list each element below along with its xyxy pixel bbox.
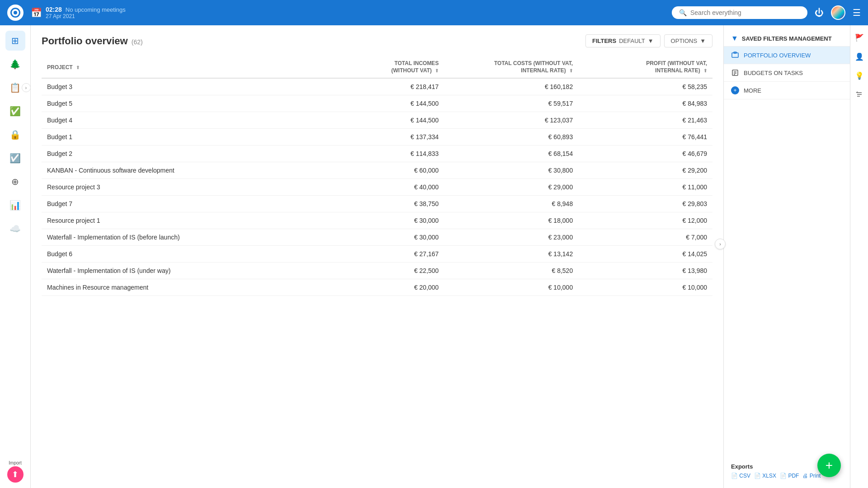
table-row[interactable]: Machines in Resource management € 20,000… [42,279,712,296]
cell-costs-9: € 23,000 [444,229,578,246]
sidebar-item-security[interactable]: 🔒 [5,125,25,145]
options-chevron-icon: ▼ [700,38,706,44]
cell-profit-11: € 13,980 [578,263,712,279]
page-title: Portfolio overview [42,35,128,47]
exports-section: Exports 📄 CSV 📄 XLSX 📄 PDF 🖨 Print [731,463,821,479]
filter-item-portfolio-label: PORTFOLIO OVERVIEW [744,52,811,59]
filters-button[interactable]: FILTERS DEFAULT ▼ [585,34,660,47]
fab-add-button[interactable]: + [817,454,841,477]
more-plus-icon: + [731,86,739,94]
current-date: 27 Apr 2021 [46,13,126,19]
sidebar-item-timer[interactable]: ⊕ [5,172,25,192]
sidebar-item-analytics[interactable]: 📊 [5,195,25,215]
export-csv[interactable]: 📄 CSV [731,473,750,479]
tree-icon: 🌲 [9,59,21,70]
expand-arrow[interactable]: › [22,83,31,92]
portfolio-table: PROJECT ⬆ TOTAL INCOMES(WITHOUT VAT) ⬆ T… [42,56,712,296]
cell-profit-1: € 84,983 [578,95,712,112]
cell-profit-3: € 76,441 [578,129,712,145]
cell-profit-2: € 21,463 [578,112,712,129]
collapse-panel-button[interactable]: › [715,239,726,249]
th-income[interactable]: TOTAL INCOMES(WITHOUT VAT) ⬆ [310,56,444,78]
cell-project-8: Resource project 1 [42,212,310,229]
filter-item-budgets-label: BUDGETS ON TASKS [744,70,803,76]
filter-item-more-label: MORE [744,87,761,94]
cell-project-0: Budget 3 [42,78,310,95]
cell-income-5: € 60,000 [310,162,444,179]
cell-costs-7: € 8,948 [444,196,578,212]
cell-income-7: € 38,750 [310,196,444,212]
search-icon: 🔍 [679,9,687,16]
app-logo[interactable] [7,5,24,21]
user-search-icon[interactable]: 👤 [853,50,866,63]
table-row[interactable]: Budget 5 € 144,500 € 59,517 € 84,983 [42,95,712,112]
cell-project-7: Budget 7 [42,196,310,212]
table-row[interactable]: Resource project 3 € 40,000 € 29,000 € 1… [42,179,712,196]
cell-project-9: Waterfall - Implementation of IS (before… [42,229,310,246]
th-costs[interactable]: TOTAL COSTS (WITHOUT VAT,INTERNAL RATE) … [444,56,578,78]
table-row[interactable]: Budget 1 € 137,334 € 60,893 € 76,441 [42,129,712,145]
main-content: Portfolio overview (62) FILTERS DEFAULT … [31,25,723,488]
cell-profit-7: € 29,803 [578,196,712,212]
export-pdf[interactable]: 📄 PDF [780,473,799,479]
task-list-icon[interactable] [853,88,866,101]
table-row[interactable]: Waterfall - Implementation of IS (before… [42,229,712,246]
filter-icon: ▼ [731,34,738,42]
sidebar-item-approval[interactable]: ☑️ [5,148,25,168]
table-row[interactable]: Waterfall - Implementation of IS (under … [42,263,712,279]
sidebar-item-checklist[interactable]: ✅ [5,101,25,121]
page-title-wrap: Portfolio overview (62) [42,35,143,47]
sort-icon-project: ⬆ [76,65,80,70]
sidebar-item-tasks[interactable]: 📋 › [5,78,25,98]
filters-value: DEFAULT [619,38,645,44]
th-project[interactable]: PROJECT ⬆ [42,56,310,78]
table-row[interactable]: Budget 7 € 38,750 € 8,948 € 29,803 [42,196,712,212]
cell-costs-0: € 160,182 [444,78,578,95]
cell-project-3: Budget 1 [42,129,310,145]
cell-costs-5: € 30,800 [444,162,578,179]
export-xlsx[interactable]: 📄 XLSX [754,473,776,479]
cell-profit-8: € 12,000 [578,212,712,229]
cell-income-8: € 30,000 [310,212,444,229]
table-row[interactable]: KANBAN - Continuous software development… [42,162,712,179]
table-row[interactable]: Budget 4 € 144,500 € 123,037 € 21,463 [42,112,712,129]
lightbulb-icon[interactable]: 💡 [853,69,866,82]
analytics-icon: 📊 [9,200,21,211]
budget-icon [731,69,739,77]
cell-income-10: € 27,167 [310,246,444,263]
avatar[interactable] [831,5,845,20]
table-row[interactable]: Resource project 1 € 30,000 € 18,000 € 1… [42,212,712,229]
dashboard-icon: ⊞ [11,35,19,46]
sidebar-item-dashboard[interactable]: ⊞ [5,31,25,51]
tasks-icon: 📋 [9,82,21,93]
filter-item-budgets[interactable]: BUDGETS ON TASKS [724,64,850,82]
flag-icon[interactable]: 🚩 [853,31,866,44]
export-print[interactable]: 🖨 Print [802,473,821,479]
cell-costs-6: € 29,000 [444,179,578,196]
approval-icon: ☑️ [9,153,21,164]
calendar-widget[interactable]: 📅 02:28 No upcoming meetings 27 Apr 2021 [31,6,126,19]
power-button[interactable]: ⏻ [815,8,824,18]
sidebar-item-tree[interactable]: 🌲 [5,54,25,74]
menu-button[interactable]: ☰ [853,7,861,18]
table-row[interactable]: Budget 2 € 114,833 € 68,154 € 46,679 [42,145,712,162]
sidebar-item-cloud[interactable]: ☁️ [5,219,25,239]
table-row[interactable]: Budget 3 € 218,417 € 160,182 € 58,235 [42,78,712,95]
filter-item-portfolio[interactable]: PORTFOLIO OVERVIEW [724,47,850,64]
cell-costs-12: € 10,000 [444,279,578,296]
cell-profit-10: € 14,025 [578,246,712,263]
cell-project-2: Budget 4 [42,112,310,129]
cell-costs-11: € 8,520 [444,263,578,279]
th-profit[interactable]: PROFIT (WITHOUT VAT,INTERNAL RATE) ⬆ [578,56,712,78]
filter-item-more[interactable]: + MORE [724,82,850,99]
cell-project-12: Machines in Resource management [42,279,310,296]
search-input[interactable] [690,9,800,16]
import-button[interactable]: Import ⬆ [5,460,25,483]
cell-profit-9: € 7,000 [578,229,712,246]
search-box[interactable]: 🔍 [672,6,807,19]
options-button[interactable]: OPTIONS ▼ [664,34,712,47]
sort-icon-costs: ⬆ [569,68,573,73]
cell-project-10: Budget 6 [42,246,310,263]
table-row[interactable]: Budget 6 € 27,167 € 13,142 € 14,025 [42,246,712,263]
import-icon: ⬆ [7,466,24,483]
